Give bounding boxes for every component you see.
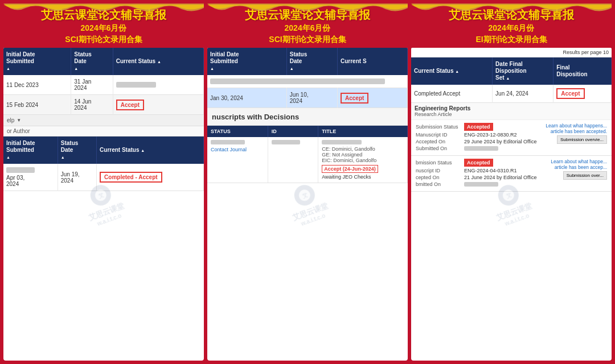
chevron-down-icon: ▼ — [17, 118, 21, 123]
article-type: Engineering Reports — [415, 105, 608, 111]
submission-block-1: Submission Status Accepted Manuscript ID… — [411, 120, 612, 156]
manuscript-row: Contact Journal CE: Dominici, Gandolfo G… — [207, 137, 408, 183]
submission2-fields: bmission Status Accepted nuscript ID ENG… — [416, 159, 536, 188]
blurred-top — [6, 167, 35, 173]
panel3-subtitle2: EI期刊论文录用合集 — [415, 34, 608, 44]
cell-accept-p2: Accept — [337, 88, 407, 108]
blurred-submitted2 — [464, 182, 498, 187]
accepted-on-value1: 29 June 2024 by Editorial Office — [464, 139, 536, 144]
table-row-p3: Completed Accept Jun 24, 2024 Accept — [411, 85, 612, 103]
learn-link1[interactable]: Learn about what happens... — [546, 123, 607, 129]
panel2: 艾思云课堂论文辅导喜报 2024年6月份 SCI期刊论文录用合集 艾 艾思云课堂… — [207, 3, 408, 361]
ms-id-cell — [268, 137, 318, 183]
manuscript-table: STATUS ID TITLE Contact Journal — [207, 126, 408, 183]
manuscripts-title: nuscripts with Decisions — [212, 113, 299, 121]
or-author-label: or Author — [3, 126, 204, 136]
panel2-watermark: 艾 艾思云课堂 w.a.i.t.c.o — [284, 180, 332, 229]
col-current-status-p3: Current Status ▲ — [411, 57, 493, 85]
blurred-row-cell — [207, 75, 408, 88]
accepted-on-label1: Accepted On — [416, 139, 464, 144]
results-per-page-value: 10 — [603, 49, 609, 55]
table-row — [207, 75, 408, 88]
help-label: elp — [7, 117, 14, 123]
accept-badge-p3: Accept — [556, 88, 584, 99]
blurred-ms-id — [272, 140, 300, 144]
col-status-date-p2: StatusDate▲ — [286, 48, 337, 75]
accept-badge: Accept — [116, 100, 144, 110]
learn-link2-sub[interactable]: article has been accep... — [555, 164, 607, 170]
cell-status-accept: Accept — [113, 95, 203, 115]
cell-completed-accept: Completed Accept — [411, 85, 493, 103]
panel3-wrapper: 艾思云课堂论文辅导喜报 2024年6月份 EI期刊论文录用合集 艾 艾思云课堂 … — [411, 3, 612, 361]
highlighted-table-row: Jan 30, 2024 Jun 10,2024 Accept — [207, 88, 408, 108]
cell-date1: Apr 03,2024 — [3, 164, 58, 191]
ms-id-value1: ENG-2023-12-0830.R2 — [464, 132, 517, 138]
table-row: Apr 03,2024 Jun 19,2024 Completed - Acce… — [3, 164, 204, 191]
col-status-date2: StatusDate▲ — [58, 136, 96, 164]
panel3-title: 艾思云课堂论文辅导喜报 — [415, 8, 608, 22]
blurred-ms-title — [322, 140, 362, 144]
col-id-ms: ID — [268, 126, 318, 137]
panel2-subtitle2: SCI期刊论文录用合集 — [211, 34, 404, 44]
accepted-on-row1: Accepted On 29 June 2024 by Editorial Of… — [416, 139, 536, 144]
col-current-status2: Current Status ▲ — [97, 136, 204, 164]
accepted-on-value2: 21 June 2024 by Editorial Office — [464, 175, 536, 180]
panel2-subtitle1: 2024年6月份 — [211, 23, 404, 33]
panel1: 艾思云课堂论文辅导喜报 2024年6月份 SCI期刊论文录用合集 艾 艾思云课堂… — [3, 3, 204, 361]
submitted-on-label2: bmitted On — [416, 181, 464, 187]
accepted-badge1: Accepted — [464, 123, 493, 131]
submitted-on-label1: Submitted On — [416, 146, 464, 151]
table-row: 15 Feb 2024 14 Jun2024 Accept — [3, 95, 204, 115]
submission2-row: bmission Status Accepted nuscript ID ENG… — [416, 159, 607, 188]
svg-text:艾: 艾 — [97, 192, 105, 200]
ms-title-cell: CE: Dominici, Gandolfo GE: Not Assigned … — [318, 137, 408, 183]
panel1-table2: Initial DateSubmitted▲ StatusDate▲ Curre… — [3, 136, 204, 191]
table-row: 11 Dec 2023 31 Jan2024 — [3, 75, 204, 95]
cell-jun10: Jun 10,2024 — [286, 88, 337, 108]
panel1-table1: Initial DateSubmitted▲ StatusDate▲ Curre… — [3, 48, 204, 115]
help-dropdown[interactable]: elp ▼ — [3, 115, 204, 126]
sub-status-label2: bmission Status — [416, 160, 464, 166]
results-per-page-label: Results per page — [563, 49, 601, 55]
learn-link1-sub[interactable]: article has been accepted. — [551, 129, 607, 134]
blurred-status — [116, 82, 156, 88]
col-current-status: Current Status ▲ — [113, 48, 203, 75]
learn-link2[interactable]: Learn about what happe... — [551, 159, 607, 164]
three-panels: 艾思云课堂论文辅导喜报 2024年6月份 SCI期刊论文录用合集 艾 艾思云课堂… — [0, 0, 615, 364]
blurred-row — [210, 78, 385, 84]
cell-date1: 11 Dec 2023 — [3, 75, 71, 95]
col-date-final: Date FinalDispositionSet ▲ — [493, 57, 554, 85]
submission-block-2: bmission Status Accepted nuscript ID ENG… — [411, 156, 612, 192]
panel1-wrapper: 艾思云课堂论文辅导喜报 2024年6月份 SCI期刊论文录用合集 艾 艾思云课堂… — [3, 3, 204, 361]
ms-id-row1: Manuscript ID ENG-2023-12-0830.R2 — [416, 132, 536, 138]
col-status-ms: STATUS — [207, 126, 268, 137]
accepted-on-row2: cepted On 21 June 2024 by Editorial Offi… — [416, 175, 536, 180]
submission1-right: Learn about what happens... article has … — [546, 123, 607, 144]
ms-id-value2: ENG-2024-04-0310.R1 — [464, 168, 517, 173]
panel2-wrapper: 艾思云课堂论文辅导喜报 2024年6月份 SCI期刊论文录用合集 艾 艾思云课堂… — [207, 3, 408, 361]
svg-text:艾: 艾 — [301, 192, 309, 200]
submission2-right: Learn about what happe... article has be… — [551, 159, 607, 180]
cell-jun24: Jun 24, 2024 — [493, 85, 554, 103]
ms-id-label1: Manuscript ID — [416, 132, 464, 138]
ms-ce: CE: Dominici, Gandolfo — [322, 146, 404, 152]
panel2-table: Initial DateSubmitted▲ StatusDate▲ Curre… — [207, 48, 408, 108]
sub-status-row2: bmission Status Accepted — [416, 159, 536, 167]
ms-id-row2: nuscript ID ENG-2024-04-0310.R1 — [416, 168, 536, 173]
manuscripts-header: nuscripts with Decisions — [207, 108, 408, 126]
cell-date2: 31 Jan2024 — [71, 75, 113, 95]
cell-date2: 14 Jun2024 — [71, 95, 113, 115]
panel3-content: 艾 艾思云课堂 w.a.i.t.c.o Results per page 10 — [411, 48, 612, 361]
panel3-table: Current Status ▲ Date FinalDispositionSe… — [411, 57, 612, 103]
cell-status-completed: Completed - Accept — [97, 164, 204, 191]
svg-point-2 — [297, 188, 312, 203]
contact-journal-link[interactable]: Contact Journal — [211, 147, 247, 152]
sub-status-row1: Submission Status Accepted — [416, 123, 536, 131]
submission-overview-btn2[interactable]: Submission over... — [563, 171, 607, 180]
cell-status — [113, 75, 203, 95]
completed-accept-badge: Completed - Accept — [100, 172, 162, 183]
submission-overview-btn1[interactable]: Submission overvie... — [557, 135, 607, 144]
cell-jan30: Jan 30, 2024 — [207, 88, 286, 108]
accepted-badge2: Accepted — [464, 159, 493, 167]
cell-accept-p3: Accept — [554, 85, 612, 103]
